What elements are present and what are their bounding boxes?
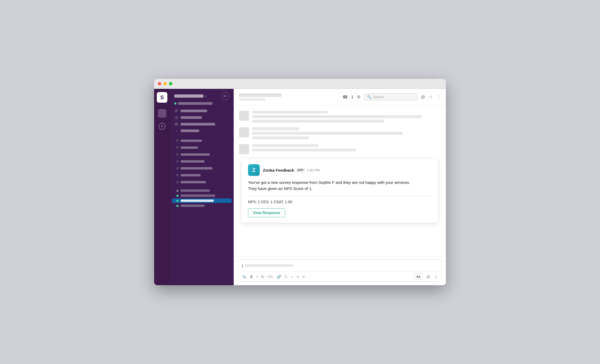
more-icon[interactable]: ⋮ [436, 94, 441, 99]
input-placeholder-bar [245, 264, 293, 267]
channel-name-bar [181, 153, 210, 156]
compose-button[interactable]: ✏ [221, 92, 229, 100]
sidebar: ▾ ✏ ☰ ◎ @ [170, 89, 234, 285]
sidebar-item-mentions[interactable]: ◎ [170, 114, 234, 121]
avatar [239, 111, 249, 121]
text-format-button[interactable]: Aa [414, 274, 423, 280]
italic-icon[interactable]: I [256, 275, 258, 279]
hash-icon: # [176, 180, 179, 184]
channel-name-bar [181, 167, 212, 170]
message-name-line [252, 144, 318, 147]
blockquote-icon[interactable]: ≡ [297, 275, 299, 279]
minimize-button[interactable] [163, 82, 167, 85]
dm-item[interactable] [172, 203, 232, 208]
channel-item[interactable]: # [172, 151, 232, 158]
message-row [239, 111, 441, 123]
message-text-line [252, 132, 403, 135]
message-input-box: | 📎 B I S </> 🔗 1. • ≡ ↩ [238, 259, 442, 282]
message-input-field[interactable]: | [238, 260, 441, 271]
message-row [239, 127, 441, 139]
mac-window: S + ▾ ✏ ☰ [154, 79, 446, 285]
search-icon: 🔍 [367, 95, 371, 99]
menu-icon: ☰ [174, 109, 179, 113]
messages-area: Z Zonka Feedback APP 1:40 PM You'v [234, 105, 446, 257]
search-placeholder-text: Search [373, 95, 384, 99]
mentions-icon: ◎ [174, 115, 179, 119]
at-header-icon[interactable]: @ [421, 95, 425, 99]
channel-subtitle-bar [239, 98, 266, 101]
down-arrow-icon: ↓ [174, 129, 179, 133]
unordered-list-icon[interactable]: • [292, 275, 293, 279]
hash-icon: # [176, 145, 179, 150]
maximize-button[interactable] [169, 82, 172, 85]
zonka-card-body: You've got a new survey response from So… [242, 180, 438, 217]
channel-name-bar [181, 140, 202, 142]
zonka-message-text: You've got a new survey response from So… [248, 180, 432, 192]
ordered-list-icon[interactable]: 1. [285, 275, 288, 279]
mention-icon[interactable]: @ [426, 275, 430, 279]
zonka-card-header: Z Zonka Feedback APP 1:40 PM [242, 159, 438, 180]
channel-item[interactable]: # [172, 158, 232, 164]
zonka-sender-name: Zonka Feedback [263, 168, 294, 172]
undo-icon[interactable]: ↩ [302, 275, 306, 279]
message-content [252, 127, 441, 139]
zonka-logo-letter: Z [252, 167, 255, 173]
channel-header-right: ☎ ℹ ⚙ 🔍 Search @ ☆ ⋮ [342, 93, 441, 101]
at-icon: @ [174, 122, 179, 126]
channel-header-left [239, 93, 281, 101]
title-bar [154, 79, 446, 89]
close-button[interactable] [158, 82, 161, 85]
zonka-meta: Zonka Feedback APP 1:40 PM [263, 168, 320, 172]
message-content [252, 144, 441, 151]
add-workspace-button[interactable]: + [159, 123, 166, 130]
input-area: | 📎 B I S </> 🔗 1. • ≡ ↩ [234, 257, 446, 285]
sidebar-item-home[interactable]: ☰ [170, 107, 234, 114]
search-box[interactable]: 🔍 Search [364, 93, 417, 101]
channel-item[interactable]: # [172, 172, 232, 178]
sidebar-header: ▾ ✏ [170, 89, 234, 102]
emoji-icon[interactable]: ☺ [434, 275, 438, 279]
message-content [252, 111, 441, 123]
sidebar-item-at[interactable]: @ [170, 121, 234, 127]
channel-item[interactable]: # [172, 179, 232, 185]
gear-icon[interactable]: ⚙ [357, 94, 360, 99]
dm-item-active[interactable] [172, 198, 232, 203]
dm-status-dot-online [176, 195, 179, 197]
link-icon[interactable]: 🔗 [277, 275, 281, 279]
active-channel-name-bar [181, 200, 214, 202]
user-status-bar [178, 102, 212, 105]
attach-icon[interactable]: 📎 [242, 275, 246, 279]
status-dot-online [174, 102, 176, 105]
channel-item[interactable]: # [172, 144, 232, 151]
dm-name-bar [181, 205, 205, 207]
dm-item[interactable] [172, 188, 232, 193]
code-icon[interactable]: </> [267, 275, 273, 279]
dm-name-bar [181, 194, 215, 197]
avatar [239, 127, 249, 137]
app-layout: S + ▾ ✏ ☰ [154, 89, 446, 285]
avatar [239, 144, 249, 154]
app-badge: APP [296, 168, 305, 172]
workspace-name-row[interactable]: ▾ [174, 94, 206, 98]
bold-icon[interactable]: B [250, 275, 253, 279]
message-text-line2 [252, 120, 384, 123]
workspace-avatar[interactable] [158, 109, 166, 118]
channel-header: ☎ ℹ ⚙ 🔍 Search @ ☆ ⋮ [234, 89, 446, 105]
view-response-button[interactable]: View Response [248, 208, 285, 217]
channel-name-bar [181, 160, 205, 163]
message-row [239, 144, 441, 154]
channel-item[interactable]: # [172, 137, 232, 144]
workspace-logo[interactable]: S [157, 92, 167, 103]
zonka-logo: Z [248, 164, 260, 176]
sidebar-item-more[interactable]: ↓ [170, 127, 234, 134]
icon-bar: S + [154, 89, 170, 285]
phone-icon[interactable]: ☎ [342, 94, 348, 99]
info-icon[interactable]: ℹ [351, 94, 353, 99]
star-icon[interactable]: ☆ [429, 94, 433, 99]
channel-item[interactable]: # [172, 165, 232, 171]
message-text-line [252, 149, 356, 151]
workspace-chevron-icon: ▾ [205, 95, 206, 98]
zonka-name-row: Zonka Feedback APP 1:40 PM [263, 168, 320, 172]
dm-item[interactable] [172, 193, 232, 198]
strikethrough-icon[interactable]: S [261, 275, 264, 279]
